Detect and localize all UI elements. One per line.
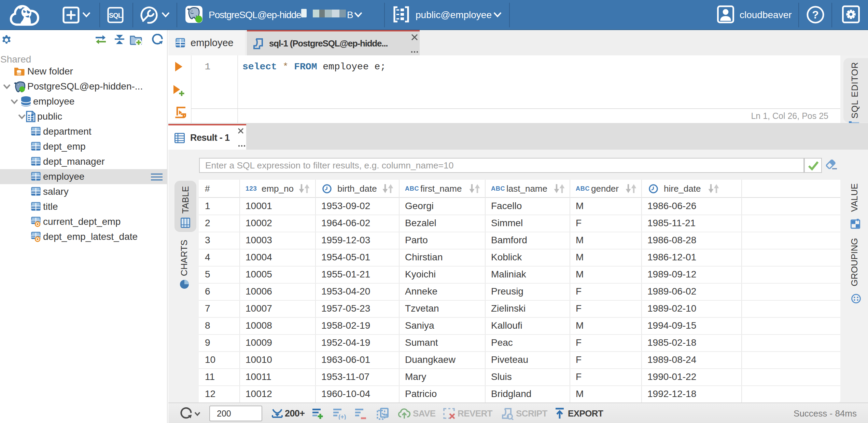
svg-text:?: ? [812, 9, 819, 21]
svg-text:SQL: SQL [109, 12, 122, 19]
svg-text:(+): (+) [338, 413, 346, 420]
